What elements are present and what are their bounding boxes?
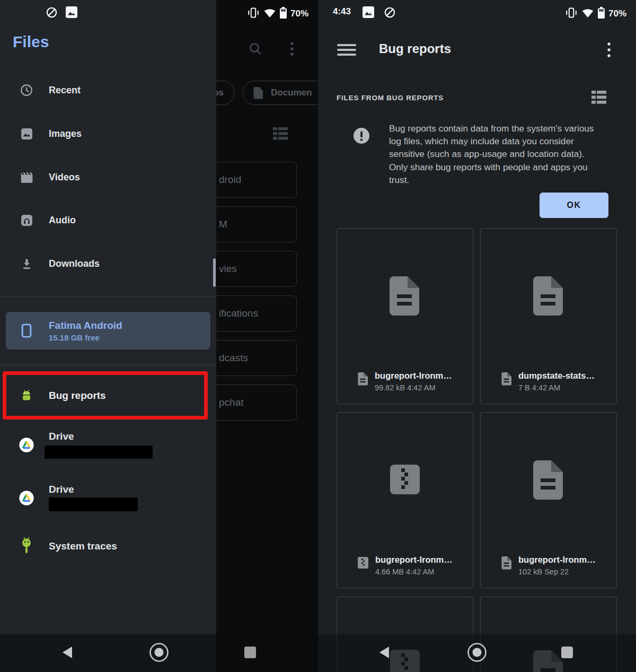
list-view-icon[interactable]	[273, 127, 288, 142]
smartphone-icon	[19, 324, 34, 338]
document-icon	[253, 86, 263, 99]
recents-button[interactable]	[561, 646, 573, 661]
back-button[interactable]	[378, 645, 390, 661]
wifi-icon	[581, 8, 594, 20]
home-button[interactable]	[466, 642, 488, 665]
headset-icon	[19, 214, 34, 227]
document-icon	[532, 275, 565, 318]
status-icons-right: 70%	[247, 7, 308, 21]
clock-icon	[19, 83, 34, 97]
left-phone-screen: os Documen droid M vies ifications dcast…	[0, 0, 318, 672]
vibrate-icon	[247, 7, 260, 21]
document-icon	[501, 556, 512, 572]
overflow-menu-icon[interactable]	[607, 42, 611, 60]
sidebar-item-system-traces[interactable]: System traces	[0, 531, 216, 561]
folder-item[interactable]: droid	[211, 162, 297, 198]
status-icons-right: 70%	[565, 7, 626, 21]
sidebar-item-audio[interactable]: Audio	[0, 205, 216, 235]
document-icon	[501, 372, 512, 388]
notice-text: Bug reports contain data from the system…	[389, 122, 600, 186]
file-meta: 4.66 MB 4:42 AM	[375, 568, 453, 576]
data-saver-icon	[46, 6, 58, 21]
file-name: bugreport-Ironm…	[518, 555, 596, 565]
sidebar-item-label: Audio	[49, 215, 76, 226]
google-drive-icon	[19, 488, 34, 508]
file-card[interactable]: bugreport-Ironm… 4.66 MB 4:42 AM	[337, 412, 473, 588]
system-navigation-bar	[318, 634, 636, 672]
drawer-title: Files	[13, 33, 49, 51]
google-drive-icon	[19, 435, 34, 455]
overflow-menu-icon[interactable]	[290, 41, 294, 58]
navigation-drawer: Files Recent Images	[0, 0, 216, 672]
document-icon	[388, 275, 421, 318]
divider	[0, 365, 216, 365]
wifi-icon	[263, 8, 276, 20]
sidebar-item-label: Downloads	[49, 258, 100, 269]
screenshot-status-icon	[363, 6, 374, 20]
sidebar-item-label: Drive	[49, 431, 74, 442]
status-time: 4:43	[333, 6, 351, 17]
hamburger-menu-icon[interactable]	[337, 43, 356, 58]
image-icon	[19, 127, 34, 141]
sidebar-item-label: System traces	[49, 540, 117, 552]
search-icon[interactable]	[248, 41, 263, 58]
sidebar-item-downloads[interactable]: Downloads	[0, 249, 216, 278]
battery-percent: 70%	[290, 8, 308, 19]
video-icon	[19, 171, 34, 184]
folder-item[interactable]: vies	[211, 251, 297, 287]
zip-file-icon	[390, 464, 420, 497]
zip-file-icon	[357, 556, 369, 572]
download-icon	[19, 257, 34, 270]
sidebar-item-recent[interactable]: Recent	[0, 75, 216, 105]
document-icon	[532, 459, 565, 502]
right-phone-screen: 4:43 70%	[318, 0, 636, 672]
divider	[0, 296, 216, 297]
sidebar-item-label: Images	[49, 128, 82, 139]
battery-percent: 70%	[608, 8, 626, 19]
filter-chip-documents[interactable]: Documen	[243, 81, 318, 105]
battery-icon	[280, 7, 287, 21]
chip-label: Documen	[271, 88, 312, 98]
sidebar-item-images[interactable]: Images	[0, 119, 216, 149]
redaction-bar	[45, 446, 153, 459]
data-saver-icon	[384, 6, 396, 21]
file-card[interactable]: dumpstate-stats… 7 B 4:42 AM	[480, 228, 617, 404]
file-meta: 7 B 4:42 AM	[518, 383, 595, 392]
storage-free-space: 15.18 GB free	[49, 333, 122, 342]
ok-button[interactable]: OK	[540, 193, 608, 218]
back-button[interactable]	[61, 645, 73, 661]
file-name: bugreport-Ironm…	[375, 371, 452, 381]
vibrate-icon	[565, 7, 578, 21]
section-label: FILES FROM BUG REPORTS	[337, 94, 444, 102]
sidebar-item-internal-storage[interactable]: Fatima Android 15.18 GB free	[6, 312, 210, 350]
sidebar-item-label: Recent	[49, 85, 81, 96]
file-card[interactable]: bugreport-Ironm… 102 kB Sep 22	[480, 412, 617, 588]
file-meta: 102 kB Sep 22	[518, 568, 596, 576]
folder-item[interactable]: dcasts	[211, 340, 297, 376]
recents-button[interactable]	[244, 646, 257, 661]
warning-icon	[353, 127, 370, 146]
system-trace-icon	[19, 537, 34, 556]
folder-item[interactable]: M	[211, 206, 297, 242]
folder-item[interactable]: ifications	[211, 295, 297, 331]
sidebar-item-videos[interactable]: Videos	[0, 162, 216, 192]
sidebar-item-label: Drive	[49, 484, 74, 495]
document-icon	[357, 372, 368, 388]
home-button[interactable]	[148, 642, 170, 665]
screenshot-status-icon	[66, 6, 77, 20]
file-card[interactable]: bugreport-Ironm… 99.82 kB 4:42 AM	[337, 228, 473, 404]
file-meta: 99.82 kB 4:42 AM	[375, 383, 452, 392]
battery-icon	[598, 7, 605, 21]
folder-item[interactable]: pchat	[211, 385, 297, 421]
file-name: dumpstate-stats…	[518, 371, 595, 381]
storage-label: Fatima Android	[49, 320, 122, 331]
drawer-scrollbar[interactable]	[213, 258, 216, 287]
annotation-highlight-box	[3, 371, 208, 420]
sidebar-item-label: Videos	[49, 172, 80, 183]
system-navigation-bar	[0, 634, 318, 672]
redaction-bar	[49, 498, 138, 511]
page-title: Bug reports	[379, 41, 451, 56]
file-name: bugreport-Ironm…	[375, 555, 453, 565]
list-view-toggle-icon[interactable]	[591, 91, 606, 106]
